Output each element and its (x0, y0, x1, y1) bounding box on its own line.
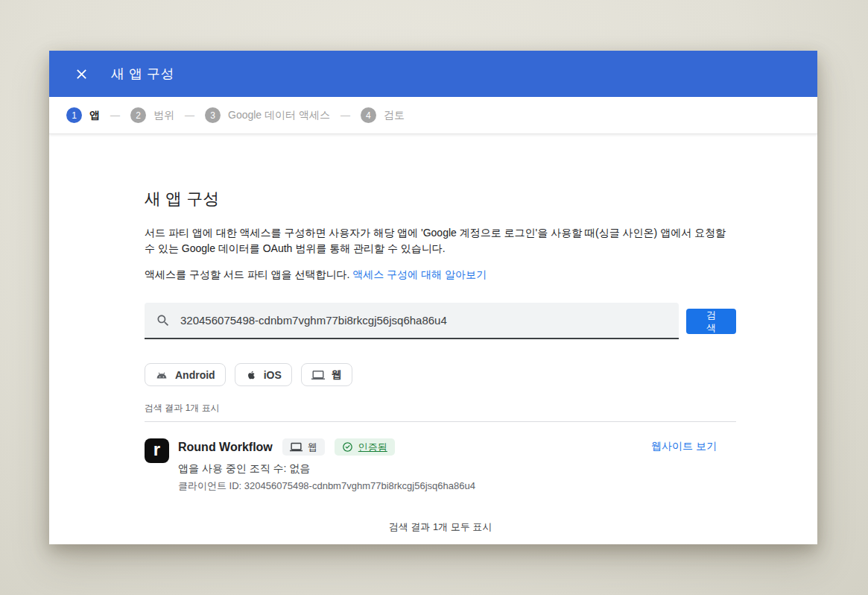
stepper: 1 앱 — 2 범위 — 3 Google 데이터 액세스 — 4 검토 (49, 97, 817, 134)
show-all-results-button[interactable]: 검색 결과 1개 모두 표시 (389, 520, 492, 534)
filter-chip-label: Android (175, 369, 215, 381)
step-number-circle: 1 (66, 107, 82, 123)
filter-chip-label: iOS (264, 369, 282, 381)
verified-check-icon (342, 441, 353, 453)
app-name: Round Workflow (178, 441, 273, 454)
filter-chip-web[interactable]: 웹 (301, 363, 352, 386)
filter-chip-ios[interactable]: iOS (235, 363, 292, 386)
app-result-row[interactable]: r Round Workflow 웹 (145, 438, 736, 493)
view-website-link[interactable]: 웹사이트 보기 (651, 440, 717, 453)
search-button[interactable]: 검색 (686, 309, 736, 334)
close-icon (75, 68, 88, 81)
web-monitor-icon (290, 441, 302, 453)
step-label: Google 데이터 액세스 (228, 109, 330, 122)
step-label: 앱 (89, 109, 100, 122)
step-number-circle: 4 (361, 107, 376, 123)
filter-chip-android[interactable]: Android (145, 363, 226, 386)
results-count-label: 검색 결과 1개 표시 (145, 402, 736, 415)
new-app-config-dialog: 새 앱 구성 1 앱 — 2 범위 — 3 Google 데이터 액세스 — 4… (49, 51, 817, 544)
stepper-step-scope[interactable]: 2 범위 (130, 107, 174, 123)
android-icon (155, 368, 168, 382)
dialog-header: 새 앱 구성 (49, 51, 817, 97)
platform-filter-chips: Android iOS 웹 (145, 363, 736, 386)
platform-badge-label: 웹 (308, 441, 317, 454)
app-name-row: Round Workflow 웹 인증됨 (178, 438, 651, 456)
verified-badge-label: 인증됨 (358, 441, 387, 454)
learn-more-link[interactable]: 액세스 구성에 대해 알아보기 (352, 268, 487, 280)
desktop-backdrop: { "dialog": { "title": "새 앱 구성" }, "step… (0, 0, 868, 595)
step-label: 검토 (384, 109, 405, 122)
app-logo: r (145, 438, 169, 463)
stepper-step-data-access[interactable]: 3 Google 데이터 액세스 (205, 107, 330, 123)
step-label: 범위 (153, 109, 174, 122)
step-separator: — (340, 110, 350, 121)
search-icon (156, 313, 171, 328)
org-count-text: 앱을 사용 중인 조직 수: 없음 (178, 462, 651, 476)
filter-chip-label: 웹 (332, 368, 342, 382)
search-field[interactable] (145, 303, 679, 339)
search-row: 검색 (145, 303, 736, 339)
dialog-title: 새 앱 구성 (111, 65, 174, 83)
verified-badge[interactable]: 인증됨 (335, 438, 395, 456)
apple-icon (245, 369, 257, 381)
app-logo-initial: r (153, 439, 160, 460)
web-monitor-icon (311, 368, 325, 382)
results-divider (145, 421, 736, 422)
stepper-step-app[interactable]: 1 앱 (66, 107, 100, 123)
step-separator: — (185, 110, 194, 121)
select-app-text: 액세스를 구성할 서드 파티 앱을 선택합니다. (145, 268, 349, 280)
search-button-label: 검색 (706, 309, 717, 334)
page-title: 새 앱 구성 (145, 188, 736, 210)
app-result-info: Round Workflow 웹 인증됨 (178, 438, 651, 493)
search-input[interactable] (180, 314, 668, 327)
step-number-circle: 3 (205, 107, 221, 123)
client-id-text: 클라이언트 ID: 320456075498-cdnbm7vghm77bi8rk… (178, 479, 651, 493)
close-button[interactable] (72, 64, 91, 84)
select-app-instruction: 액세스를 구성할 서드 파티 앱을 선택합니다. 액세스 구성에 대해 알아보기 (145, 268, 736, 282)
step-separator: — (110, 110, 120, 121)
platform-badge: 웹 (282, 438, 325, 456)
step-number-circle: 2 (130, 107, 146, 123)
stepper-step-review[interactable]: 4 검토 (361, 107, 405, 123)
dialog-content: 새 앱 구성 서드 파티 앱에 대한 액세스를 구성하면 사용자가 해당 앱에 … (49, 134, 736, 534)
description-text: 서드 파티 앱에 대한 액세스를 구성하면 사용자가 해당 앱에 'Google… (145, 225, 736, 256)
